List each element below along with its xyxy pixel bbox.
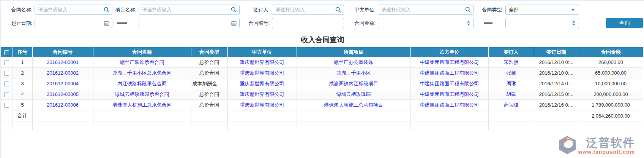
row-no: 1 (13, 57, 32, 68)
calendar-icon[interactable] (104, 21, 109, 26)
sign-date: 2016/12/14 0:... (534, 78, 579, 89)
sign-date: 2016/12/15 0:... (534, 89, 579, 100)
signer-link[interactable]: 宋浩然 (488, 57, 534, 68)
step-up-icon[interactable] (572, 21, 575, 22)
amount-max-input[interactable] (506, 18, 572, 28)
range-separator (484, 22, 492, 24)
contract-type-select[interactable]: 全部 (505, 5, 579, 15)
checkbox-cell (1, 78, 13, 89)
row-checkbox[interactable] (4, 103, 9, 108)
contract-name-field (35, 5, 112, 15)
party-b-link[interactable]: 中建集团路面工程有限公司 (410, 78, 488, 89)
col-no: 序号 (13, 47, 32, 57)
party-a-link[interactable]: 重庆新世界有限公司 (227, 68, 297, 78)
search-icon[interactable] (231, 7, 237, 13)
date-to-input[interactable] (139, 18, 231, 28)
contract-name-link[interactable]: 龙湖三千里小区总承包合同 (93, 68, 191, 78)
col-amount: 合同金额 (579, 47, 643, 57)
range-separator (117, 22, 127, 24)
vendor-url[interactable]: www.fanpusoft.com (578, 149, 635, 155)
signer-link[interactable]: 胡建 (488, 89, 534, 100)
income-contract-query-page: 合同名称: 项目名称: 签订人: 甲方单位: 合同类型: 全部 起止日期: (0, 0, 644, 158)
project-name-field (139, 5, 240, 15)
search-icon[interactable] (335, 7, 341, 13)
contract-name-input[interactable] (35, 5, 104, 14)
query-button[interactable]: 查询 (606, 18, 643, 28)
col-contract-code: 合同编号 (32, 47, 93, 57)
contract-code-link[interactable]: 201612-00006 (32, 100, 93, 110)
signer-link[interactable]: 周琳 (488, 78, 534, 89)
contract-no-input[interactable] (272, 18, 344, 28)
row-checkbox[interactable] (4, 71, 9, 76)
select-all-checkbox[interactable] (4, 50, 9, 55)
project-link[interactable]: 绿城云栖玫瑰园 (297, 89, 410, 100)
col-project: 所属项目 (297, 47, 410, 57)
amount-min-field (378, 18, 474, 28)
contract-name-label: 合同名称: (4, 5, 32, 15)
table-row: 2 201612-00002 龙湖三千里小区总承包合同 总价合同 重庆新世界有限… (1, 68, 643, 78)
step-down-icon[interactable] (572, 24, 575, 26)
sign-date: 2016/12/10 0:... (534, 68, 579, 78)
row-checkbox[interactable] (4, 81, 9, 86)
calendar-icon[interactable] (231, 21, 237, 26)
party-a-link[interactable]: 重庆新世界有限公司 (227, 100, 297, 110)
step-up-icon[interactable] (467, 21, 470, 22)
amount-max-field (505, 18, 579, 28)
signer-input[interactable] (272, 5, 335, 14)
signer-link[interactable]: 张鑫 (488, 68, 534, 78)
party-b-link[interactable]: 中建集团路面工程有限公司 (410, 89, 488, 100)
search-icon[interactable] (104, 7, 109, 13)
contract-type-label: 合同类型: (473, 5, 503, 15)
contract-type: 总价合同 (191, 89, 227, 100)
contract-name-link[interactable]: 内江铁路标段承包合同 (93, 78, 191, 89)
date-from-input[interactable] (35, 18, 104, 28)
project-link[interactable]: 港珠澳大桥施工总承包项目 (297, 100, 410, 110)
party-b-link[interactable]: 中建集团路面工程有限公司 (410, 68, 488, 78)
party-a-input[interactable] (378, 5, 465, 14)
col-party-b: 乙方单位 (410, 47, 488, 57)
project-link[interactable]: 成渝高铁内江标段项目 (297, 78, 410, 89)
contract-code-link[interactable]: 201612-00005 (32, 89, 93, 100)
contract-table: 序号 合同编号 合同名称 合同类型 甲方单位 所属项目 乙方单位 签订人 签订日… (1, 47, 643, 130)
amount-label: 合同金额: (345, 18, 376, 28)
chevron-down-icon (571, 9, 575, 11)
contract-code-link[interactable]: 201612-00002 (32, 68, 93, 78)
project-link[interactable]: 螺丝厂办公室装饰 (297, 57, 410, 68)
col-contract-name: 合同名称 (93, 47, 191, 57)
amount: 1,789,000,000.00 (579, 100, 643, 110)
project-name-input[interactable] (139, 5, 231, 14)
amount-min-input[interactable] (378, 18, 467, 28)
contract-name-link[interactable]: 螺丝厂装饰承包合同 (93, 57, 191, 68)
date-to-field (139, 18, 240, 28)
contract-name-link[interactable]: 绿城云栖玫瑰园承包合同 (93, 89, 191, 100)
project-name-label: 项目名称: (109, 5, 136, 15)
table-row: 5 201612-00006 港珠澳大桥施工总承包合同 总价合同 重庆新世界有限… (1, 100, 643, 110)
search-icon[interactable] (465, 7, 471, 13)
col-signer: 签订人 (488, 47, 534, 57)
number-stepper[interactable] (467, 21, 470, 26)
row-checkbox[interactable] (4, 92, 9, 97)
party-a-label: 甲方单位: (345, 5, 376, 15)
contract-code-link[interactable]: 201612-00004 (32, 78, 93, 89)
amount: 260,000.00 (579, 57, 643, 68)
signer-link[interactable]: 薛宝峰 (488, 100, 534, 110)
contract-code-link[interactable]: 201612-00001 (32, 57, 93, 68)
checkbox-cell (1, 110, 13, 121)
signer-label: 签订人: (240, 5, 270, 15)
number-stepper[interactable] (572, 21, 575, 26)
contract-name-link[interactable]: 港珠澳大桥施工总承包合同 (93, 100, 191, 110)
project-link[interactable]: 龙湖三千里小区 (297, 68, 410, 78)
col-party-a: 甲方单位 (227, 47, 297, 57)
checkbox-cell (1, 100, 13, 110)
total-row: 合计 2,064,260,000.00 (1, 110, 643, 121)
date-from-field (35, 18, 112, 28)
party-b-link[interactable]: 中建集团路面工程有限公司 (410, 57, 488, 68)
step-down-icon[interactable] (467, 24, 470, 26)
contract-type: 总价合同 (191, 100, 227, 110)
row-checkbox[interactable] (4, 60, 9, 65)
party-a-link[interactable]: 重庆新世界有限公司 (227, 78, 297, 89)
party-a-link[interactable]: 重庆新世界有限公司 (227, 57, 297, 68)
party-a-link[interactable]: 重庆新世界有限公司 (227, 89, 297, 100)
row-no: 4 (13, 89, 32, 100)
party-b-link[interactable]: 中建集团路面工程有限公司 (410, 100, 488, 110)
